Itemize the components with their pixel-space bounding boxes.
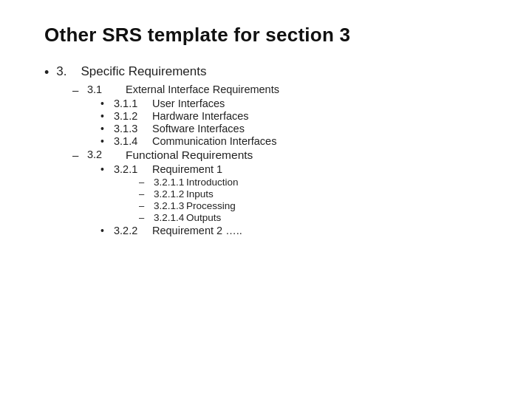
slide-title: Other SRS template for section 3	[44, 24, 488, 47]
sub-sub-item-3-2-1-3: – 3.2.1.3 Processing	[139, 200, 488, 211]
section-3-1-number: 3.1	[87, 83, 126, 95]
item-3-1-4-number: 3.1.4	[114, 135, 152, 147]
sub-bullet-3-1-1: • 3.1.1 User Interfaces	[100, 98, 488, 109]
bullet-l1-text: 3. Specific Requirements	[56, 64, 206, 79]
sub-bullet-marker: •	[100, 110, 108, 122]
sub-bullets-3-2: • 3.2.1 Requirement 1 – 3.2.1.1 Introduc…	[100, 163, 488, 236]
sub-sub-bullets-3-2-1: – 3.2.1.1 Introduction – 3.2.1.2 Inputs …	[139, 177, 488, 223]
sub-sub-dash: –	[139, 212, 148, 223]
dash-marker-3-1: –	[72, 83, 81, 96]
item-3-2-1-3-number: 3.2.1.3	[154, 200, 186, 211]
sub-bullet-3-1-3: • 3.1.3 Software Interfaces	[100, 123, 488, 134]
sub-bullets-3-1: • 3.1.1 User Interfaces • 3.1.2 Hardware…	[100, 98, 488, 147]
item-3-2-1-label: Requirement 1	[152, 163, 222, 175]
dash-group-3-1: – 3.1 External Interface Requirements • …	[72, 83, 488, 238]
bullet-marker: •	[44, 65, 49, 81]
sub-bullet-marker: •	[100, 163, 108, 175]
sub-bullet-marker: •	[100, 98, 108, 109]
section-3-2-number: 3.2	[87, 149, 126, 160]
sub-bullet-marker: •	[100, 123, 108, 134]
item-3-1-1-number: 3.1.1	[114, 98, 152, 109]
bullet-l1-specific-requirements: • 3. Specific Requirements	[44, 64, 488, 81]
sub-sub-dash: –	[139, 188, 148, 200]
item-3-2-1-1-number: 3.2.1.1	[154, 177, 186, 188]
sub-sub-dash: –	[139, 200, 148, 211]
item-3-2-2-number: 3.2.2	[114, 225, 152, 236]
sub-sub-dash: –	[139, 177, 148, 188]
slide: Other SRS template for section 3 • 3. Sp…	[0, 0, 532, 399]
content: • 3. Specific Requirements – 3.1 Externa…	[44, 64, 488, 238]
item-3-1-3-number: 3.1.3	[114, 123, 152, 134]
item-3-2-1-2-number: 3.2.1.2	[154, 188, 186, 200]
dash-marker-3-2: –	[72, 149, 81, 161]
item-3-1-2-number: 3.1.2	[114, 110, 152, 122]
section-3-2-label: Functional Requirements	[126, 149, 253, 162]
sub-bullet-3-1-4: • 3.1.4 Communication Interfaces	[100, 135, 488, 147]
item-3-1-2-label: Hardware Interfaces	[152, 110, 249, 122]
sub-bullet-3-2-2: • 3.2.2 Requirement 2 …..	[100, 225, 488, 236]
sub-sub-item-3-2-1-2: – 3.2.1.2 Inputs	[139, 188, 488, 200]
dash-item-3-1: – 3.1 External Interface Requirements	[72, 83, 488, 96]
item-3-2-1-3-label: Processing	[186, 200, 236, 211]
section-3-label: Specific Requirements	[81, 64, 206, 78]
item-3-1-1-label: User Interfaces	[152, 98, 225, 109]
dash-item-3-2: – 3.2 Functional Requirements	[72, 149, 488, 162]
sub-sub-item-3-2-1-1: – 3.2.1.1 Introduction	[139, 177, 488, 188]
sub-bullet-marker: •	[100, 135, 108, 147]
item-3-2-1-2-label: Inputs	[186, 188, 214, 200]
section-3-1-label: External Interface Requirements	[126, 83, 279, 95]
item-3-2-1-number: 3.2.1	[114, 163, 152, 175]
item-3-1-3-label: Software Interfaces	[152, 123, 245, 134]
item-3-2-1-4-label: Outputs	[186, 212, 221, 223]
item-3-2-2-label: Requirement 2 …..	[152, 225, 242, 236]
sub-sub-item-3-2-1-4: – 3.2.1.4 Outputs	[139, 212, 488, 223]
item-3-2-1-4-number: 3.2.1.4	[154, 212, 186, 223]
item-3-2-1-1-label: Introduction	[186, 177, 239, 188]
sub-bullet-3-1-2: • 3.1.2 Hardware Interfaces	[100, 110, 488, 122]
item-3-1-4-label: Communication Interfaces	[152, 135, 276, 147]
sub-bullet-3-2-1: • 3.2.1 Requirement 1	[100, 163, 488, 175]
sub-bullet-marker: •	[100, 225, 108, 236]
section-3-number: 3.	[56, 64, 66, 78]
